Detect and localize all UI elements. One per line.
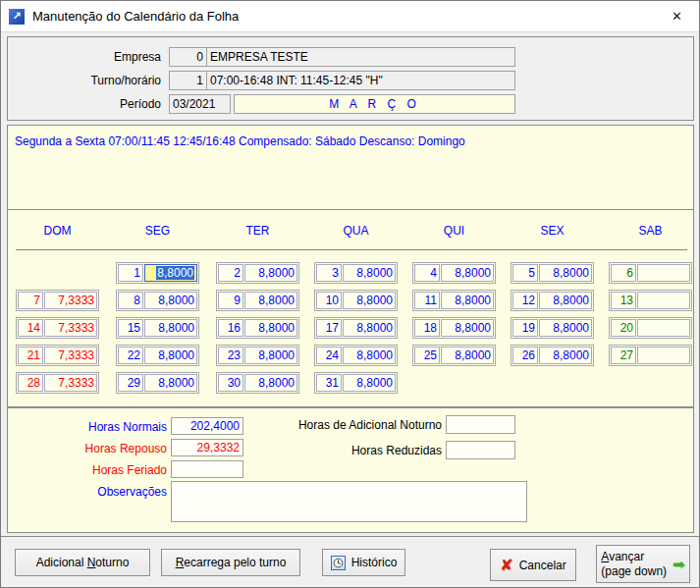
day-hours-input[interactable]: 8,8000 [539, 319, 592, 337]
day-hours-input[interactable]: 8,8000 [343, 319, 396, 337]
day-number: 2 [218, 264, 243, 282]
day-hours-input[interactable]: 7,3333 [44, 292, 97, 309]
calendar-day-11: 118,8000 [412, 290, 496, 311]
day-hours-input[interactable] [637, 347, 690, 364]
day-number: 26 [512, 347, 538, 364]
horas-reduzidas-field[interactable] [446, 441, 515, 459]
calendar-day-4: 48,8000 [412, 262, 496, 284]
adicional-noturno-field[interactable] [446, 415, 515, 434]
day-hours-input[interactable]: 8,8000 [441, 264, 494, 282]
calendar-day-16: 168,8000 [216, 317, 299, 339]
calendar-day-1: 18,8000 [116, 262, 199, 284]
cancelar-button[interactable]: ✘ Cancelar [490, 549, 576, 581]
day-hours-input[interactable]: 8,8000 [244, 347, 297, 364]
calendar-day-26: 268,8000 [511, 345, 594, 366]
calendar-day-27: 27 [609, 345, 692, 366]
day-number: 31 [316, 374, 342, 392]
adicional-noturno-button-label: Adicional Noturno [36, 556, 130, 569]
day-hours-input[interactable]: 8,8000 [441, 347, 494, 364]
horas-normais-field[interactable]: 202,4000 [171, 417, 243, 435]
day-number: 18 [414, 319, 440, 337]
day-number: 9 [218, 292, 243, 309]
calendar-day-22: 228,8000 [116, 345, 199, 366]
day-hours-input[interactable]: 7,3333 [44, 319, 97, 337]
day-number: 16 [218, 319, 243, 337]
avancar-button[interactable]: Avançar(page down) ➡ [596, 545, 690, 583]
day-hours-input[interactable]: 8,8000 [244, 319, 297, 337]
calendar-day-20: 20 [609, 317, 692, 339]
calendar-day-12: 128,8000 [511, 290, 594, 311]
advance-arrow-icon: ➡ [673, 556, 685, 573]
calendar-day-7: 77,3333 [16, 290, 99, 311]
title-bar: ↗ Manutenção do Calendário da Folha [1, 1, 699, 32]
day-number: 29 [118, 374, 143, 392]
horas-normais-label: Horas Normais [8, 418, 167, 436]
day-hours-input[interactable]: 8,8000 [144, 319, 197, 337]
day-number: 27 [611, 347, 636, 364]
day-hours-input[interactable]: 8,8000 [343, 264, 396, 282]
day-hours-input[interactable]: 7,3333 [44, 347, 97, 364]
close-button[interactable]: ✕ [655, 1, 699, 31]
adicional-noturno-button[interactable]: Adicional Noturno [15, 549, 150, 576]
header-form-panel: Empresa 0 EMPRESA TESTE Turno/horário 1 … [7, 36, 694, 121]
day-number: 19 [512, 319, 538, 337]
cancelar-button-label: Cancelar [519, 559, 566, 572]
day-hours-input[interactable] [637, 264, 690, 282]
calendar-day-25: 258,8000 [412, 345, 496, 366]
day-hours-input[interactable] [637, 319, 690, 337]
calendar-grid: DOMSEGTERQUAQUISEXSAB18,800028,800038,80… [7, 209, 694, 407]
day-hours-input[interactable]: 8,8000 [343, 292, 396, 309]
day-hours-input[interactable]: 8,8000 [343, 374, 396, 392]
turno-code-field: 1 [169, 71, 207, 90]
calendar-day-29: 298,8000 [116, 372, 199, 394]
horas-feriado-label: Horas Feriado [8, 461, 167, 479]
day-number: 20 [611, 319, 636, 337]
periodo-input[interactable]: 03/2021 [169, 94, 231, 114]
day-number: 28 [18, 374, 43, 392]
calendar-day-23: 238,8000 [216, 345, 299, 366]
calendar-day-3: 38,8000 [314, 262, 398, 284]
day-number: 10 [316, 292, 342, 309]
calendar-header-sab: SAB [609, 224, 692, 238]
calendar-day-6: 6 [609, 262, 692, 284]
calendar-day-28: 287,3333 [16, 372, 99, 394]
calendar-day-30: 308,8000 [216, 372, 299, 394]
calendar-day-31: 318,8000 [314, 372, 398, 394]
day-hours-input[interactable]: 8,8000 [244, 264, 297, 282]
day-hours-input[interactable]: 8,8000 [144, 264, 197, 282]
calendar-day-10: 108,8000 [314, 290, 398, 311]
day-hours-input[interactable]: 8,8000 [144, 347, 197, 364]
day-number: 11 [414, 292, 440, 309]
recarrega-pelo-turno-button[interactable]: Recarrega pelo turno [161, 549, 300, 576]
day-hours-input[interactable]: 7,3333 [44, 374, 97, 392]
observacoes-field[interactable] [171, 481, 527, 522]
day-hours-input[interactable]: 8,8000 [244, 374, 297, 392]
day-number: 21 [18, 347, 43, 364]
day-hours-input[interactable]: 8,8000 [539, 264, 592, 282]
calendar-day-21: 217,3333 [16, 345, 99, 366]
day-number: 15 [118, 319, 143, 337]
horas-feriado-field[interactable] [171, 460, 243, 478]
day-hours-input[interactable]: 8,8000 [244, 292, 297, 309]
day-number: 6 [611, 264, 636, 282]
day-hours-input[interactable]: 8,8000 [539, 347, 592, 364]
shift-info-text: Segunda a Sexta 07:00/11:45 12:45/16:48 … [15, 134, 465, 148]
historico-button[interactable]: Histórico [322, 549, 405, 576]
day-number: 4 [414, 264, 440, 282]
day-hours-input[interactable]: 8,8000 [343, 347, 396, 364]
day-hours-input[interactable]: 8,8000 [144, 292, 197, 309]
day-hours-input[interactable]: 8,8000 [441, 319, 494, 337]
day-number: 23 [218, 347, 243, 364]
empresa-label: Empresa [8, 47, 161, 67]
calendar-day-19: 198,8000 [511, 317, 594, 339]
dialog-window: { "window": { "title": "Manutenção do Ca… [0, 0, 700, 588]
shift-info-panel: Segunda a Sexta 07:00/11:45 12:45/16:48 … [7, 125, 694, 210]
button-bar: Adicional Noturno Recarrega pelo turno H… [1, 536, 699, 587]
day-hours-input[interactable] [637, 292, 690, 309]
day-number: 5 [512, 264, 538, 282]
day-hours-input[interactable]: 8,8000 [441, 292, 494, 309]
calendar-header-ter: TER [216, 224, 299, 238]
day-hours-input[interactable]: 8,8000 [539, 292, 592, 309]
day-hours-input[interactable]: 8,8000 [144, 374, 197, 392]
horas-repouso-field[interactable]: 29,3332 [171, 439, 243, 456]
